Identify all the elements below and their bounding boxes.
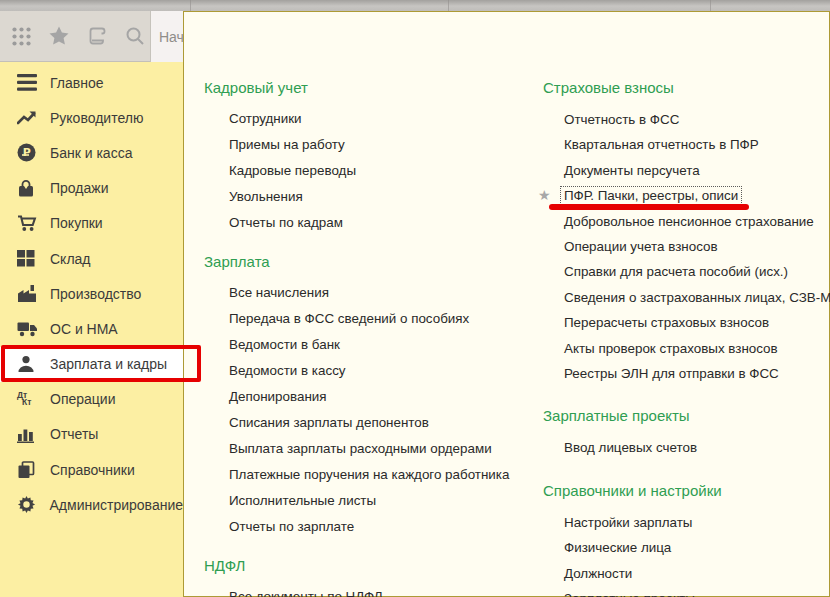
sidebar-item-label: Главное — [50, 75, 104, 91]
menu-item[interactable]: Отчеты по зарплате — [204, 514, 534, 540]
section-title: Страховые взносы — [543, 78, 828, 98]
menu-item[interactable]: Ввод лицевых счетов — [543, 435, 828, 460]
menu-item[interactable]: Все документы по НДФЛ — [204, 584, 534, 597]
menu-item-label: Физические лица — [564, 540, 671, 555]
menu-item[interactable]: Выплата зарплаты расходными ордерами — [204, 436, 534, 462]
sidebar-item-glavnoe[interactable]: Главное — [0, 65, 183, 100]
menu-item[interactable]: Зарплатные проекты — [543, 586, 828, 597]
titlebar-separator — [190, 0, 191, 11]
menu-item-label: Перерасчеты страховых взносов — [564, 315, 769, 330]
menu-section: Справочники и настройкиНастройки зарплат… — [543, 481, 828, 597]
menu-section: Кадровый учетСотрудникиПриемы на работуК… — [204, 78, 534, 236]
menu-item-label: Операции учета взносов — [564, 239, 718, 254]
menu-item[interactable]: Настройки зарплаты — [543, 510, 828, 535]
menu-item[interactable]: Списания зарплаты депонентов — [204, 410, 534, 436]
sidebar-item-otchety[interactable]: Отчеты — [0, 417, 183, 452]
sidebar-item-sklad[interactable]: Склад — [0, 241, 183, 276]
menu-item[interactable]: Передача в ФСС сведений о пособиях — [204, 306, 534, 332]
menu-item[interactable]: Ведомости в кассу — [204, 358, 534, 384]
menu-item[interactable]: Физические лица — [543, 535, 828, 560]
sidebar-item-operacii[interactable]: ДтКтОперации — [0, 382, 183, 417]
menu-section: ЗарплатаВсе начисленияПередача в ФСС све… — [204, 252, 534, 540]
menu-item[interactable]: ★ПФР. Пачки, реестры, описи — [543, 183, 828, 208]
apps-grid-icon[interactable] — [6, 21, 36, 51]
menu-item-label: Сотрудники — [229, 111, 302, 126]
sidebar-item-label: Банк и касса — [50, 145, 132, 161]
bag-icon — [17, 178, 39, 198]
menu-item-label: Выплата зарплаты расходными ордерами — [229, 441, 492, 456]
menu-item-label: Увольнения — [229, 189, 303, 204]
menu-item[interactable]: Платежные поручения на каждого работника — [204, 462, 534, 488]
menu-item-label: Справки для расчета пособий (исх.) — [564, 264, 788, 279]
menu-item[interactable]: Ведомости в банк — [204, 332, 534, 358]
sidebar-item-label: Администрирование — [50, 497, 184, 513]
sidebar-item-pokupki[interactable]: Покупки — [0, 206, 183, 241]
dtkt-icon: ДтКт — [17, 389, 39, 409]
menu-section: НДФЛВсе документы по НДФЛ — [204, 556, 534, 597]
ruble-icon: P — [17, 143, 39, 163]
menu-item[interactable]: Документы персучета — [543, 158, 828, 183]
sidebar-item-label: Зарплата и кадры — [50, 356, 167, 372]
sidebar-item-label: Продажи — [50, 180, 108, 196]
menu-item-label: Платежные поручения на каждого работника — [229, 467, 509, 482]
sidebar-item-spravochniki[interactable]: Справочники — [0, 452, 183, 487]
section-title: Зарплатные проекты — [543, 406, 828, 426]
menu-item-label: Добровольное пенсионное страхование — [564, 214, 814, 229]
books-icon — [17, 460, 39, 480]
person-icon — [17, 354, 39, 374]
sidebar-item-zarplata-i-kadry[interactable]: Зарплата и кадры — [0, 347, 183, 382]
menu-item[interactable]: Перерасчеты страховых взносов — [543, 310, 828, 335]
menu-item[interactable]: Исполнительные листы — [204, 488, 534, 514]
menu-item-label: Реестры ЭЛН для отправки в ФСС — [564, 366, 779, 381]
menu-item-label: Списания зарплаты депонентов — [229, 415, 429, 430]
menu-item[interactable]: Кадровые переводы — [204, 158, 534, 184]
menu-item-label: Отчеты по кадрам — [229, 215, 343, 230]
sidebar-item-label: Справочники — [50, 462, 135, 478]
sidebar-item-rukovoditelyu[interactable]: Руководителю — [0, 100, 183, 135]
menu-item[interactable]: Все начисления — [204, 280, 534, 306]
menu-item-label: Исполнительные листы — [229, 493, 376, 508]
section-title: Справочники и настройки — [543, 481, 828, 501]
menu-item[interactable]: Квартальная отчетность в ПФР — [543, 132, 828, 157]
menu-item-label: ПФР. Пачки, реестры, описи — [560, 186, 742, 205]
menu-item[interactable]: Добровольное пенсионное страхование — [543, 209, 828, 234]
svg-text:P: P — [23, 147, 31, 160]
menu-item[interactable]: Отчетность в ФСС — [543, 107, 828, 132]
menu-item[interactable]: Акты проверок страховых взносов — [543, 336, 828, 361]
menu-item[interactable]: Отчеты по кадрам — [204, 210, 534, 236]
menu-section: Страховые взносыОтчетность в ФССКварталь… — [543, 78, 828, 386]
favorites-star-icon[interactable] — [44, 21, 74, 51]
boxes-icon — [17, 249, 39, 269]
menu-item[interactable]: Операции учета взносов — [543, 234, 828, 259]
sidebar-item-label: ОС и НМА — [50, 321, 118, 337]
menu-column-1: Кадровый учетСотрудникиПриемы на работуК… — [204, 78, 534, 597]
menu-item-label: Отчетность в ФСС — [564, 112, 679, 127]
menu-item-label: Кадровые переводы — [229, 163, 356, 178]
section-menu-popup: Кадровый учетСотрудникиПриемы на работуК… — [183, 11, 830, 597]
sidebar-item-os-i-nma[interactable]: ОС и НМА — [0, 311, 183, 346]
sidebar-item-prodazhi[interactable]: Продажи — [0, 171, 183, 206]
menu-item-label: Ввод лицевых счетов — [564, 440, 697, 455]
history-scroll-icon[interactable] — [82, 21, 112, 51]
menu-item-label: Квартальная отчетность в ПФР — [564, 137, 759, 152]
menu-item[interactable]: Увольнения — [204, 184, 534, 210]
barchart-icon — [17, 424, 39, 444]
section-title: Кадровый учет — [204, 78, 534, 98]
sidebar-item-proizvodstvo[interactable]: Производство — [0, 276, 183, 311]
sidebar-item-bank-i-kassa[interactable]: PБанк и касса — [0, 135, 183, 170]
menu-item-label: Все начисления — [229, 285, 329, 300]
menu-item-label: Сведения о застрахованных лицах, СЗВ-М — [564, 290, 830, 305]
menu-item[interactable]: Сотрудники — [204, 106, 534, 132]
menu-item[interactable]: Должности — [543, 561, 828, 586]
truck-icon — [17, 319, 39, 339]
menu-item[interactable]: Реестры ЭЛН для отправки в ФСС — [543, 361, 828, 386]
menu-item-label: Приемы на работу — [229, 137, 345, 152]
section-title: Зарплата — [204, 252, 534, 272]
menu-item[interactable]: Приемы на работу — [204, 132, 534, 158]
search-icon[interactable] — [120, 21, 150, 51]
sidebar-item-administrirovanie[interactable]: Администрирование — [0, 487, 183, 522]
menu-item[interactable]: Депонирования — [204, 384, 534, 410]
menu-item[interactable]: Справки для расчета пособий (исх.) — [543, 259, 828, 284]
menu-item[interactable]: Сведения о застрахованных лицах, СЗВ-М — [543, 285, 828, 310]
menu-item-label: Ведомости в кассу — [229, 363, 346, 378]
